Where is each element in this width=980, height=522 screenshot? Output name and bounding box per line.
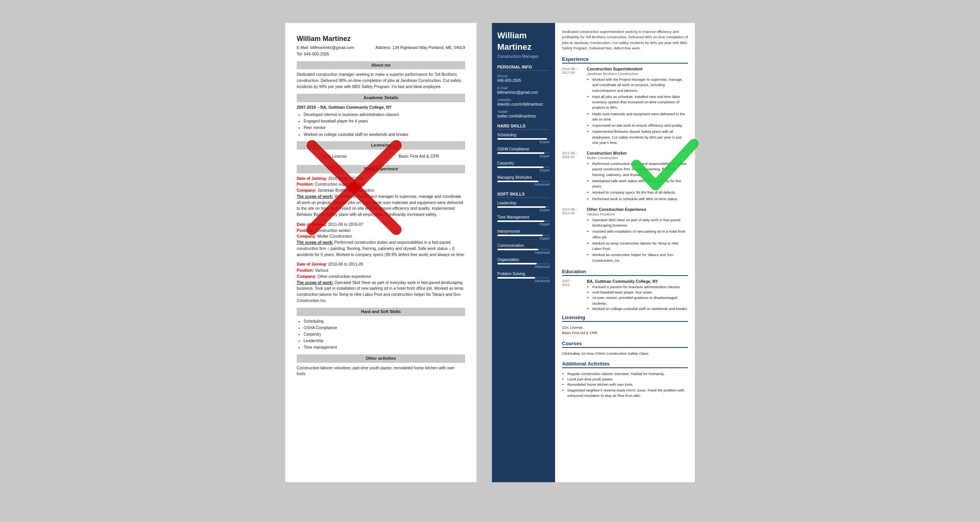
exp-bullet: Performed work to schedule with 98% on-t… [592,196,688,202]
soft-skill-3: Communication Advanced [497,243,550,254]
work3-pos-label: Position: [297,268,314,272]
exp-bullet: Maintained safe work status with zero ac… [592,178,688,189]
work1-scope: The scope of work: Worked with the Proje… [297,194,465,218]
work1-scope-label: The scope of work: [297,194,333,199]
soft-skill-name-3: Communication [497,243,550,248]
edu-bullet-2: Engaged baseball player for 4 years [304,118,465,124]
work1-position: Position: Construction superintendent [297,181,465,188]
exp-entry-2: 2010-06 –2011-05 Other Construction Expe… [562,207,688,264]
exp-date-2: 2010-06 –2011-05 [562,207,583,264]
hard-skill-name-1: OSHA Compliance [497,147,550,151]
skill-3: Carpentry [304,331,465,337]
soft-skill-bar-fill-0 [497,206,546,208]
exp-bullet: Worked as construction helper for Takacs… [592,252,688,263]
soft-skill-name-0: Leadership [497,201,550,205]
work2-date: Date of Joining: 2011-06 to 2016-07 [297,222,465,228]
hard-skill-bar-bg-2 [497,166,550,168]
edu-bullet: Pursued a passion for business administr… [592,284,688,290]
work3-scope: The scope of work: Operated Skid Steer a… [297,280,465,304]
soft-skill-level-4: Advanced [497,265,550,269]
experience-section-title: Experience [562,56,688,64]
soft-skill-level-3: Advanced [497,251,550,254]
soft-skill-0: Leadership Expert [497,201,550,212]
hard-skill-2: Carpentry Expert [497,161,550,172]
exp-entry-1: 2011-06 –2016-07 Construction Worker Mul… [562,151,688,202]
exp-bullet: Operated Skid Steer as part of daily wor… [592,217,688,228]
right-job-title: Construction Manager [497,54,550,59]
exp-bullet: Worked with the Project Manager to super… [592,77,688,93]
work2-position: Position: Construction worker [297,228,465,234]
left-tel: Tel: 646-600-2505 [297,51,465,57]
hard-skill-bar-fill-3 [497,181,538,182]
soft-skill-bar-bg-2 [497,235,550,236]
soft-skills-container: Leadership Expert Time Management Expert… [497,201,550,283]
exp-bullets-0: Worked with the Project Manager to super… [587,77,688,145]
exp-title-2: Other Construction Experience [587,207,688,212]
hard-skill-0: Scheduling Expert [497,133,550,144]
left-email: E-Mail: billfmartinez@gmail.com [297,45,354,51]
licensing-section-header: Licensing [297,141,465,150]
other-section-header: Other activities [297,354,465,363]
hard-skill-bar-bg-1 [497,152,550,154]
exp-bullet: Supervised on-site work to ensure effici… [592,123,688,128]
exp-company-0: Jandreau Brothers Construction [587,72,688,76]
edu-bullets: Developed interest in business administr… [297,112,465,137]
edu-bullets-0: Pursued a passion for business administr… [587,284,688,312]
activity-item-3: Diagnosed neighbor's reverse-stack HVAC … [567,388,688,399]
work2-scope-label: The scope of work: [297,240,333,245]
work2-pos-label: Position: [297,228,314,233]
edu-title-0: BA, Guttman Community College, NY [587,279,688,284]
skill-5: Time management [304,344,465,350]
experience-container: 2016-08 –2017-09 Construction Superinten… [562,67,688,264]
courses-container: ClickSafety 10-Hour OSHA Construction Sa… [562,351,688,356]
soft-skills-title: Soft Skills [497,192,550,198]
soft-skill-name-5: Problem Solving [497,272,550,276]
soft-skill-name-4: Organization [497,258,550,262]
resume-left: William Martinez E-Mail: billfmartinez@g… [285,23,477,482]
exp-bullet: Made sure materials and equipment were d… [592,111,688,122]
work-entry-3: Date of Joining: 2010-06 to 2011-05 Posi… [297,261,465,303]
skills-section-header: Hard and Soft Skills [297,308,465,316]
right-name-line2: Martinez [497,42,550,52]
email-value: billmartinez@gmail.com [497,90,550,95]
main-content: Dedicated construction superintendent se… [555,23,695,482]
exp-bullets-1: Performed construction duties and respon… [587,161,688,202]
work3-comp-label: Company: [297,274,316,279]
personal-info-title: Personal Info [497,65,550,71]
licensing-container: CDL License.Basic First Aid & CPR. [562,325,688,336]
left-contact-row: E-Mail: billfmartinez@gmail.com Address:… [297,45,465,51]
skill-1: Scheduling [304,318,465,324]
work1-date: Date of Joining: 2016-08 to 2017-09 [297,176,465,182]
hard-skill-bar-bg-3 [497,181,550,182]
soft-skill-name-2: Interpersonal [497,229,550,233]
academic-section-header: Academic Details [297,94,465,102]
exp-title-1: Construction Worker [587,151,688,155]
twitter-value: twitter.com/billmartinez [497,114,550,118]
soft-skill-4: Organization Advanced [497,258,550,269]
license-2: Basic First Aid & CPR [399,153,439,160]
work1-company: Company: Jandrean Brothers Construction [297,188,465,194]
exp-bullet: Kept all jobs on schedule. Installed new… [592,94,688,111]
work3-position: Position: Various [297,268,465,274]
soft-skill-bar-bg-3 [497,249,550,250]
exp-bullet: Worked as temp construction laborer for … [592,241,688,252]
soft-skill-bar-fill-2 [497,235,543,236]
hard-skills-container: Scheduling Expert OSHA Compliance Expert… [497,133,550,186]
work2-date-label: Date of Joining: [297,222,327,227]
edu-entry-0: 2007 –2010 BA, Guttman Community College… [562,279,688,312]
soft-skill-level-5: Advanced [497,279,550,283]
linkedin-label: LinkedIn [497,98,550,102]
hard-skill-level-2: Expert [497,168,550,172]
work2-scope: The scope of work: Performed constructio… [297,240,465,258]
hard-skill-1: OSHA Compliance Expert [497,147,550,158]
work1-comp-label: Company: [297,188,316,192]
summary-text: Dedicated construction superintendent se… [562,29,688,51]
email-label: E-mail [497,86,550,90]
courses-section-title: Courses [562,341,688,348]
education-section-title: Education [562,269,688,276]
hard-skills-title: Hard Skills [497,124,550,130]
hard-skill-level-0: Expert [497,140,550,144]
soft-skill-name-1: Time Management [497,215,550,219]
activity-item-1: Local part-time youth pastor. [567,377,688,382]
exp-company-1: Muller Construction [587,156,688,160]
